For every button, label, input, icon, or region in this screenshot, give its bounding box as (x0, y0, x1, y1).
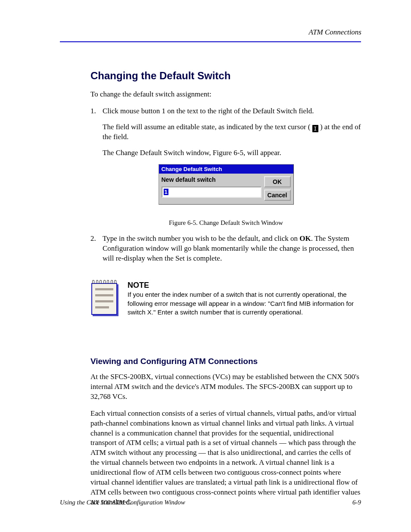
step-number: 1. (90, 106, 103, 116)
footer-left: Using the CNX 500 ATM Configuration Wind… (60, 499, 185, 506)
step-1-figure-ref: The Change Default Switch window, Figure… (103, 148, 361, 158)
footer-page-number: 6-9 (352, 499, 361, 506)
header-section-title: ATM Connections (308, 28, 361, 37)
change-default-switch-dialog: Change Default Switch New default switch… (159, 164, 294, 205)
subsection-para-1: At the SFCS-200BX, virtual connections (… (90, 372, 361, 402)
step-1-note: The field will assume an editable state,… (103, 122, 361, 142)
cancel-button[interactable]: Cancel (264, 190, 291, 201)
new-default-switch-input[interactable]: 1 (162, 187, 262, 198)
step-1-text: Click mouse button 1 on the text to the … (103, 106, 361, 116)
subsection-heading: Viewing and Configuring ATM Connections (90, 357, 361, 366)
note-icon (91, 280, 117, 315)
step-number: 2. (90, 234, 103, 264)
dialog-field-label: New default switch (162, 176, 262, 183)
text-cursor-icon: I (312, 125, 318, 132)
header-rule (60, 41, 361, 42)
step-2-text: Type in the switch number you wish to be… (103, 234, 361, 264)
note-label: NOTE (128, 281, 149, 289)
subsection-para-2: Each virtual connection consists of a se… (90, 409, 361, 507)
note-body: NOTE If you enter the index number of a … (128, 280, 361, 317)
intro-paragraph: To change the default switch assignment: (90, 90, 361, 100)
figure-caption: Figure 6-5. Change Default Switch Window (90, 218, 361, 227)
new-default-switch-value: 1 (164, 189, 168, 195)
dialog-titlebar: Change Default Switch (159, 165, 293, 174)
ok-button[interactable]: OK (264, 176, 291, 187)
section-heading: Changing the Default Switch (90, 70, 361, 82)
